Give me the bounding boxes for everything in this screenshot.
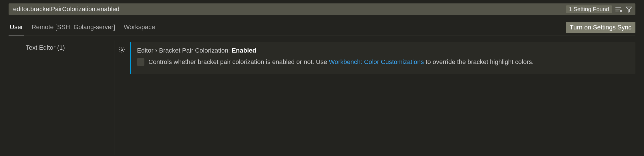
settings-search-input[interactable] [11, 5, 563, 13]
clear-filters-icon[interactable] [615, 5, 622, 13]
tab-workspace[interactable]: Workspace [123, 21, 156, 35]
gear-icon[interactable] [118, 48, 125, 54]
settings-main: Editor › Bracket Pair Colorization: Enab… [114, 41, 635, 155]
tab-user[interactable]: User [9, 21, 24, 35]
setting-desc-text: Controls whether bracket pair colorizati… [148, 58, 329, 65]
setting-breadcrumb: Editor › Bracket Pair Colorization: [137, 47, 232, 54]
setting-description: Controls whether bracket pair colorizati… [148, 58, 534, 67]
setting-desc-text-after: to override the bracket highlight colors… [424, 58, 534, 65]
tab-remote[interactable]: Remote [SSH: Golang-server] [30, 21, 116, 35]
settings-sidebar: Text Editor (1) [9, 41, 114, 155]
setting-title: Editor › Bracket Pair Colorization: Enab… [137, 47, 629, 54]
svg-point-5 [121, 49, 123, 51]
setting-description-link[interactable]: Workbench: Color Customizations [329, 58, 424, 65]
settings-scope-tabs: User Remote [SSH: Golang-server] Workspa… [9, 21, 635, 35]
search-results-count-badge: 1 Setting Found [566, 5, 612, 13]
turn-on-settings-sync-button[interactable]: Turn on Settings Sync [566, 22, 635, 33]
sidebar-item-text-editor[interactable]: Text Editor (1) [26, 44, 114, 51]
setting-name: Enabled [232, 47, 256, 54]
settings-search-bar: 1 Setting Found [9, 3, 635, 15]
setting-item: Editor › Bracket Pair Colorization: Enab… [130, 42, 635, 74]
filter-icon[interactable] [625, 5, 633, 13]
setting-checkbox[interactable] [137, 58, 144, 66]
